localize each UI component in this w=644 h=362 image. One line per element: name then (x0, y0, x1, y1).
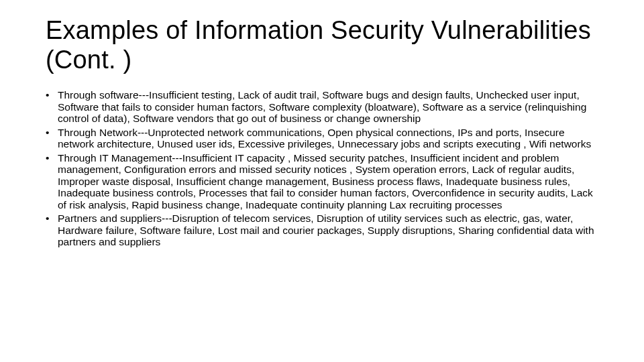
list-item: Partners and suppliers---Disruption of t… (46, 213, 598, 248)
slide: Examples of Information Security Vulnera… (0, 0, 644, 362)
list-item: Through IT Management---Insufficient IT … (46, 152, 598, 211)
list-item: Through Network---Unprotected network co… (46, 127, 598, 150)
slide-title: Examples of Information Security Vulnera… (46, 16, 598, 74)
bullet-list: Through software---Insufficient testing,… (46, 89, 598, 248)
list-item: Through software---Insufficient testing,… (46, 89, 598, 125)
